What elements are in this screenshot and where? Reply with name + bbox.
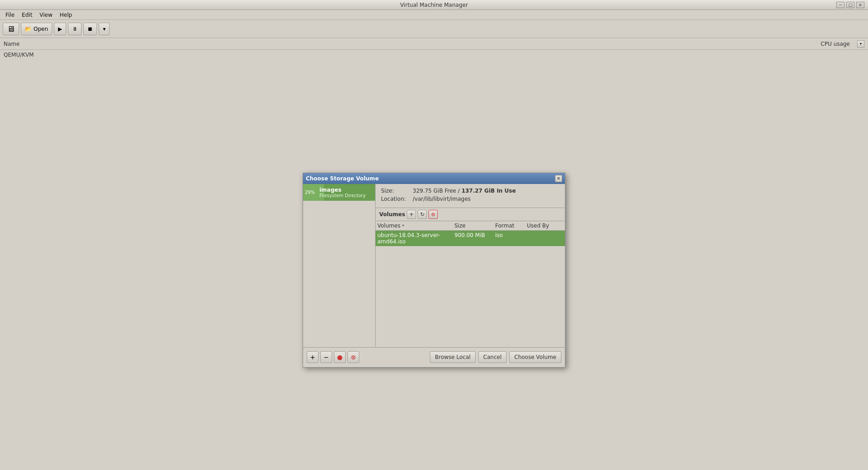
location-value: /var/lib/libvirt/images xyxy=(413,196,471,202)
size-label: Size: xyxy=(381,188,413,194)
location-row: Location: /var/lib/libvirt/images xyxy=(381,196,559,202)
stop-icon: ⏹ xyxy=(87,26,93,32)
vm-name: QEMU/KVM xyxy=(4,52,34,58)
choose-storage-dialog: Choose Storage Volume ✕ 29% images xyxy=(303,173,565,368)
dialog-footer: + − ● ⊗ Browse Local xyxy=(303,347,565,367)
pause-icon: ⏸ xyxy=(72,26,77,32)
pause-button[interactable]: ⏸ xyxy=(68,23,82,35)
volume-used-by xyxy=(527,232,563,245)
open-label: Open xyxy=(34,26,48,32)
delete-volume-button[interactable]: ⊗ xyxy=(429,210,438,219)
dialog-close-button[interactable]: ✕ xyxy=(555,175,562,182)
cancel-button[interactable]: Cancel xyxy=(478,351,507,363)
volumes-col-dropdown[interactable]: ▾ xyxy=(402,223,404,228)
pool-item-type: Filesystem Directory xyxy=(319,193,371,198)
activate-pool-button[interactable]: ● xyxy=(334,351,346,363)
dialog-titlebar: Choose Storage Volume ✕ xyxy=(303,173,565,184)
toolbar: 🖥 📂 Open ▶ ⏸ ⏹ ▾ xyxy=(0,20,868,38)
vm-list-header: Name CPU usage ▾ xyxy=(0,38,868,50)
volume-panel: Size: 329.75 GiB Free / 137.27 GiB In Us… xyxy=(376,184,565,347)
size-free: 329.75 GiB Free / xyxy=(413,188,462,194)
deactivate-pool-button[interactable]: ⊗ xyxy=(347,351,359,363)
titlebar-controls: ─ □ ✕ xyxy=(836,2,864,8)
dropdown-button[interactable]: ▾ xyxy=(99,23,110,35)
modal-overlay: Choose Storage Volume ✕ 29% images xyxy=(0,60,868,470)
volume-info: Size: 329.75 GiB Free / 137.27 GiB In Us… xyxy=(376,184,565,208)
new-vm-icon: 🖥 xyxy=(7,24,15,34)
minimize-button[interactable]: ─ xyxy=(836,2,844,8)
stop-pool-icon: ⊗ xyxy=(351,354,356,361)
browse-local-button[interactable]: Browse Local xyxy=(430,351,476,363)
size-value: 329.75 GiB Free / 137.27 GiB In Use xyxy=(413,188,516,194)
close-button[interactable]: ✕ xyxy=(856,2,864,8)
dialog-content: 29% images Filesystem Directory S xyxy=(303,184,565,347)
refresh-volume-button[interactable]: ↻ xyxy=(418,210,427,219)
main-area: Choose Storage Volume ✕ 29% images xyxy=(0,60,868,470)
volume-size: 900.00 MiB xyxy=(454,232,495,245)
cpu-column-header: CPU usage xyxy=(821,41,850,47)
size-row: Size: 329.75 GiB Free / 137.27 GiB In Us… xyxy=(381,188,559,194)
maximize-button[interactable]: □ xyxy=(846,2,854,8)
open-button[interactable]: 📂 Open xyxy=(21,23,52,35)
col-header-used-by: Used By xyxy=(527,223,563,229)
chevron-down-icon: ▾ xyxy=(103,26,106,32)
footer-left-buttons: + − ● ⊗ xyxy=(307,351,359,363)
menu-help[interactable]: Help xyxy=(56,11,76,19)
folder-icon: 📂 xyxy=(25,26,32,32)
vm-item-qemu[interactable]: QEMU/KVM xyxy=(0,50,868,60)
add-pool-button[interactable]: + xyxy=(307,351,318,363)
dialog-body: 29% images Filesystem Directory S xyxy=(303,184,565,367)
volume-format: iso xyxy=(495,232,527,245)
dialog-title: Choose Storage Volume xyxy=(306,175,379,182)
play-icon: ▶ xyxy=(58,26,62,32)
stop-button[interactable]: ⏹ xyxy=(83,23,97,35)
titlebar: Virtual Machine Manager ─ □ ✕ xyxy=(0,0,868,10)
menu-file[interactable]: File xyxy=(2,11,18,19)
column-dropdown-button[interactable]: ▾ xyxy=(857,40,864,48)
pool-item-content: images Filesystem Directory xyxy=(307,187,371,198)
add-volume-button[interactable]: + xyxy=(407,210,416,219)
volume-name: ubuntu-18.04.3-server-amd64.iso xyxy=(377,232,454,245)
col-header-volumes: Volumes ▾ xyxy=(377,223,454,229)
col-header-format: Format xyxy=(495,223,527,229)
location-label: Location: xyxy=(381,196,413,202)
name-column-header: Name xyxy=(4,41,817,47)
pool-percent: 29% xyxy=(305,190,315,195)
play-button[interactable]: ▶ xyxy=(54,23,66,35)
vm-list: QEMU/KVM xyxy=(0,50,868,60)
choose-volume-button[interactable]: Choose Volume xyxy=(509,351,561,363)
volumes-label: Volumes xyxy=(379,211,405,218)
app-title: Virtual Machine Manager xyxy=(400,2,468,8)
volume-table: Volumes ▾ Size Format Used By ubuntu-18.… xyxy=(376,221,565,347)
col-header-size: Size xyxy=(454,223,495,229)
storage-pools-panel: 29% images Filesystem Directory xyxy=(303,184,376,347)
volume-table-header: Volumes ▾ Size Format Used By xyxy=(376,221,565,231)
volume-row[interactable]: ubuntu-18.04.3-server-amd64.iso 900.00 M… xyxy=(376,231,565,246)
pool-item-name: images xyxy=(319,187,371,193)
new-vm-button[interactable]: 🖥 xyxy=(3,23,19,35)
footer-right-buttons: Browse Local Cancel Choose Volume xyxy=(430,351,561,363)
size-used: 137.27 GiB In Use xyxy=(462,188,516,194)
menu-view[interactable]: View xyxy=(36,11,56,19)
add-icon: + xyxy=(310,354,315,361)
menubar: File Edit View Help xyxy=(0,10,868,20)
volumes-header: Volumes + ↻ ⊗ xyxy=(376,208,565,221)
record-icon: ● xyxy=(337,354,342,361)
pool-item-images[interactable]: 29% images Filesystem Directory xyxy=(303,184,375,201)
remove-pool-button[interactable]: − xyxy=(320,351,332,363)
minus-icon: − xyxy=(323,354,329,361)
menu-edit[interactable]: Edit xyxy=(18,11,36,19)
